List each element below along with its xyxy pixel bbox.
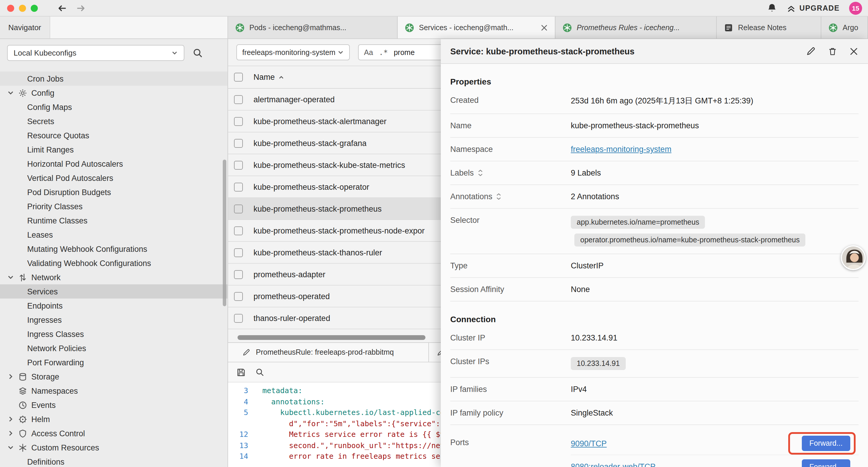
sidebar-item-cron-jobs[interactable]: Cron Jobs (0, 71, 227, 86)
minimize-window-button[interactable] (19, 4, 26, 11)
table-row[interactable]: kube-prometheus-stack-prometheus-node-ex… (228, 220, 441, 242)
zoom-window-button[interactable] (31, 4, 38, 11)
sidebar-item-endpoints[interactable]: Endpoints (0, 298, 227, 313)
row-checkbox[interactable] (234, 160, 243, 169)
sidebar-item-events[interactable]: Events (0, 398, 227, 412)
expand-toggle-icon[interactable] (477, 169, 483, 177)
row-checkbox[interactable] (234, 270, 243, 279)
regex-toggle[interactable]: .* (379, 48, 388, 57)
port-link-9090[interactable]: 9090/TCP (571, 439, 607, 448)
table-row[interactable]: thanos-ruler-operated (228, 308, 441, 329)
row-checkbox[interactable] (234, 314, 243, 322)
sidebar-item-pod-disruption-budgets[interactable]: Pod Disruption Budgets (0, 185, 227, 199)
row-checkbox[interactable] (234, 95, 243, 104)
search-input[interactable]: Aa .* prome (358, 44, 441, 60)
sidebar-scrollbar[interactable] (223, 159, 226, 306)
row-checkbox[interactable] (234, 204, 243, 213)
table-row[interactable]: kube-prometheus-stack-thanos-ruler (228, 242, 441, 264)
dock-tab-prometheusrule[interactable]: PrometheusRule: freeleaps-prod-rabbitmq (228, 343, 429, 362)
close-window-button[interactable] (7, 4, 14, 11)
sidebar-item-storage[interactable]: Storage (0, 370, 227, 384)
table-row[interactable]: kube-prometheus-stack-kube-state-metrics (228, 154, 441, 176)
sidebar-item-network[interactable]: Network (0, 270, 227, 284)
forward-button[interactable]: Forward... (802, 459, 850, 467)
port-link-8080-reloader-web[interactable]: 8080:reloader-web/TCP (571, 462, 656, 467)
dock-tab-partial[interactable] (429, 343, 441, 362)
scrollbar-thumb[interactable] (238, 335, 426, 340)
kubernetes-cluster-icon (562, 23, 572, 32)
sidebar-item-custom-resources[interactable]: Custom Resources (0, 440, 227, 455)
back-icon[interactable] (57, 3, 67, 13)
user-avatar[interactable] (841, 245, 866, 270)
table-header: Name (228, 66, 441, 89)
sidebar-item-validating-webhook-configurations[interactable]: Validating Webhook Configurations (0, 256, 227, 270)
sidebar-item-access-control[interactable]: Access Control (0, 426, 227, 440)
row-checkbox[interactable] (234, 292, 243, 300)
tab-argo[interactable]: Argo S (821, 17, 868, 38)
sidebar-item-services[interactable]: Services (0, 284, 227, 298)
kubeconfig-select[interactable]: Local Kubeconfigs (7, 45, 184, 61)
detail-row-annotations: Annotations 2 Annotations (450, 185, 859, 209)
sidebar-item-leases[interactable]: Leases (0, 228, 227, 242)
sidebar-item-resource-quotas[interactable]: Resource Quotas (0, 128, 227, 143)
sidebar-item-mutating-webhook-configurations[interactable]: Mutating Webhook Configurations (0, 242, 227, 256)
tab-services[interactable]: Services - icecheng@math... (398, 17, 555, 38)
table-row[interactable]: kube-prometheus-stack-grafana (228, 133, 441, 154)
horizontal-scrollbar[interactable] (235, 335, 434, 340)
name-column-header[interactable]: Name (253, 73, 284, 82)
table-row[interactable]: kube-prometheus-stack-alertmanager (228, 111, 441, 133)
row-checkbox[interactable] (234, 248, 243, 257)
tab-pods[interactable]: Pods - icecheng@mathmas... (228, 17, 398, 38)
row-checkbox[interactable] (234, 117, 243, 126)
sidebar-item-priority-classes[interactable]: Priority Classes (0, 199, 227, 213)
sidebar-item-config-maps[interactable]: Config Maps (0, 100, 227, 114)
sidebar-item-definitions[interactable]: Definitions (0, 455, 227, 467)
sidebar-item-vertical-pod-autoscalers[interactable]: Vertical Pod Autoscalers (0, 171, 227, 185)
forward-icon[interactable] (75, 3, 86, 13)
sidebar-item-runtime-classes[interactable]: Runtime Classes (0, 213, 227, 228)
tab-bar: Navigator Pods - icecheng@mathmas... Ser… (0, 17, 868, 39)
namespace-link[interactable]: freeleaps-monitoring-system (571, 145, 672, 154)
search-icon[interactable] (193, 48, 203, 58)
expand-toggle-icon[interactable] (496, 193, 502, 200)
table-row[interactable]: prometheus-operated (228, 286, 441, 308)
notifications-bell-icon[interactable] (767, 3, 777, 13)
select-all-checkbox[interactable] (234, 73, 243, 82)
sidebar-item-horizontal-pod-autoscalers[interactable]: Horizontal Pod Autoscalers (0, 157, 227, 171)
match-case-toggle[interactable]: Aa (364, 48, 373, 56)
table-row[interactable]: prometheus-adapter (228, 264, 441, 286)
pencil-icon (242, 348, 251, 356)
editor-line: error rate in freeleaps metrics ser (254, 451, 441, 462)
sidebar-item-config[interactable]: Config (0, 86, 227, 100)
table-row[interactable]: alertmanager-operated (228, 89, 441, 111)
row-checkbox[interactable] (234, 139, 243, 147)
upgrade-button[interactable]: UPGRADE (786, 3, 840, 13)
search-icon[interactable] (255, 368, 264, 377)
sidebar-item-namespaces[interactable]: Namespaces (0, 384, 227, 398)
sidebar-item-network-policies[interactable]: Network Policies (0, 341, 227, 355)
tab-prometheus-rules[interactable]: Prometheus Rules - icecheng... (555, 17, 717, 38)
sidebar-item-port-forwarding[interactable]: Port Forwarding (0, 355, 227, 370)
forward-button[interactable]: Forward... (802, 436, 850, 451)
sidebar-item-ingress-classes[interactable]: Ingress Classes (0, 327, 227, 341)
sidebar-item-limit-ranges[interactable]: Limit Ranges (0, 143, 227, 157)
notification-count-badge[interactable]: 15 (849, 1, 862, 14)
row-checkbox[interactable] (234, 182, 243, 191)
sidebar-item-secrets[interactable]: Secrets (0, 114, 227, 128)
table-row[interactable]: kube-prometheus-stack-operator (228, 176, 441, 198)
tab-release-notes[interactable]: Release Notes (717, 17, 821, 38)
edit-pencil-icon[interactable] (806, 46, 816, 56)
close-icon[interactable] (849, 47, 859, 56)
port-row: 9090/TCP Forward... (571, 432, 859, 455)
namespace-select[interactable]: freeleaps-monitoring-system (236, 44, 350, 60)
save-icon[interactable] (236, 368, 246, 377)
trash-icon[interactable] (828, 47, 837, 56)
table-row-selected[interactable]: kube-prometheus-stack-prometheus (228, 198, 441, 220)
yaml-editor[interactable]: 3metadata: 4 annotations: 5 kubectl.kube… (228, 382, 441, 467)
close-tab-icon[interactable] (541, 24, 548, 31)
sidebar-item-ingresses[interactable]: Ingresses (0, 313, 227, 327)
row-checkbox[interactable] (234, 226, 243, 235)
detail-row-namespace: Namespace freeleaps-monitoring-system (450, 138, 859, 162)
detail-row-session-affinity: Session Affinity None (450, 278, 859, 301)
sidebar-item-helm[interactable]: Helm (0, 412, 227, 426)
